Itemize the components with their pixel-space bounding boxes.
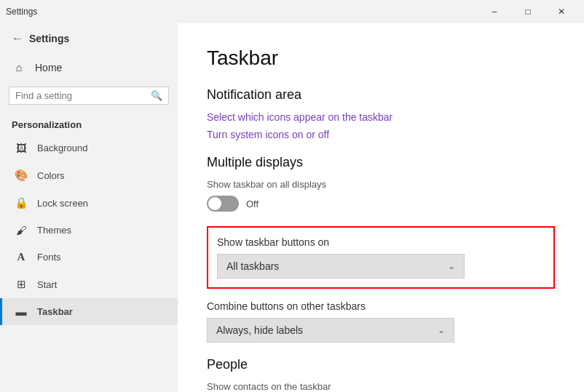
sidebar-item-label: Start: [37, 279, 57, 290]
show-contacts-label: Show contacts on the taskbar: [207, 381, 555, 392]
show-taskbar-buttons-dropdown[interactable]: All taskbars ⌄: [217, 254, 465, 279]
maximize-button[interactable]: □: [511, 0, 545, 23]
dropdown-arrow-icon: ⌄: [448, 261, 455, 271]
home-label: Home: [35, 62, 62, 73]
sidebar-item-taskbar[interactable]: ▬ Taskbar: [0, 298, 178, 325]
show-taskbar-toggle-text: Off: [246, 199, 259, 209]
multiple-displays-title: Multiple displays: [207, 155, 555, 170]
title-bar-title: Settings: [6, 7, 37, 17]
combine-buttons-dropdown[interactable]: Always, hide labels ⌄: [207, 318, 454, 343]
combine-dropdown-arrow-icon: ⌄: [438, 325, 445, 335]
turn-system-icons-link[interactable]: Turn system icons on or off: [207, 129, 555, 140]
show-taskbar-buttons-highlight-box: Show taskbar buttons on All taskbars ⌄: [207, 226, 555, 289]
taskbar-icon: ▬: [14, 305, 28, 318]
sidebar-item-fonts[interactable]: A Fonts: [0, 244, 178, 271]
search-input[interactable]: [15, 90, 146, 101]
search-box[interactable]: 🔍: [9, 87, 169, 105]
search-icon: 🔍: [151, 90, 162, 101]
sidebar-item-themes[interactable]: 🖌 Themes: [0, 217, 178, 244]
minimize-button[interactable]: –: [478, 0, 511, 23]
sidebar-item-lock-screen[interactable]: 🔒 Lock screen: [0, 189, 178, 217]
show-taskbar-label: Show taskbar on all displays: [207, 179, 555, 190]
sidebar-item-start[interactable]: ⊞ Start: [0, 271, 178, 298]
multiple-displays-section: Multiple displays Show taskbar on all di…: [207, 155, 555, 343]
section-label: Personalization: [0, 111, 178, 135]
home-icon: ⌂: [12, 61, 26, 73]
sidebar-back-button[interactable]: ← Settings: [0, 23, 178, 54]
sidebar-item-label: Colors: [37, 170, 65, 181]
sidebar-home-button[interactable]: ⌂ Home: [0, 54, 178, 81]
combine-dropdown-value: Always, hide labels: [216, 324, 303, 336]
sidebar-item-label: Lock screen: [37, 198, 88, 209]
close-button[interactable]: ✕: [545, 0, 578, 23]
page-title: Taskbar: [207, 47, 555, 70]
dropdown-value: All taskbars: [226, 260, 279, 272]
sidebar-item-label: Background: [37, 143, 87, 153]
app-container: ← Settings ⌂ Home 🔍 Personalization 🖼 Ba…: [0, 23, 584, 392]
notification-area-section: Notification area Select which icons app…: [207, 87, 555, 140]
notification-area-title: Notification area: [207, 87, 555, 103]
back-arrow-icon: ←: [12, 32, 23, 45]
start-icon: ⊞: [14, 278, 28, 291]
themes-icon: 🖌: [14, 224, 28, 236]
combine-buttons-block: Combine buttons on other taskbars Always…: [207, 300, 555, 343]
people-section: People Show contacts on the taskbar Off …: [207, 357, 555, 392]
toggle-knob: [208, 197, 221, 210]
lock-screen-icon: 🔒: [14, 196, 28, 209]
content-area: Taskbar Notification area Select which i…: [178, 23, 584, 392]
colors-icon: 🎨: [14, 169, 28, 182]
sidebar-item-label: Themes: [37, 225, 71, 236]
people-title: People: [207, 357, 555, 372]
show-taskbar-all-displays-block: Show taskbar on all displays Off: [207, 179, 555, 212]
show-contacts-block: Show contacts on the taskbar Off: [207, 381, 555, 392]
background-icon: 🖼: [14, 142, 28, 154]
sidebar-item-label: Taskbar: [37, 306, 73, 317]
sidebar: ← Settings ⌂ Home 🔍 Personalization 🖼 Ba…: [0, 23, 178, 392]
title-bar: Settings – □ ✕: [0, 0, 584, 23]
sidebar-item-label: Fonts: [37, 252, 61, 263]
title-bar-controls: – □ ✕: [478, 0, 578, 23]
select-icons-link[interactable]: Select which icons appear on the taskbar: [207, 111, 555, 123]
show-buttons-label: Show taskbar buttons on: [217, 236, 545, 248]
fonts-icon: A: [14, 251, 28, 263]
show-taskbar-toggle[interactable]: [207, 196, 239, 212]
show-taskbar-toggle-row: Off: [207, 196, 555, 212]
title-bar-left: Settings: [6, 7, 37, 17]
sidebar-item-background[interactable]: 🖼 Background: [0, 135, 178, 161]
sidebar-item-colors[interactable]: 🎨 Colors: [0, 161, 178, 189]
back-label: Settings: [29, 33, 69, 44]
combine-buttons-label: Combine buttons on other taskbars: [207, 300, 555, 312]
